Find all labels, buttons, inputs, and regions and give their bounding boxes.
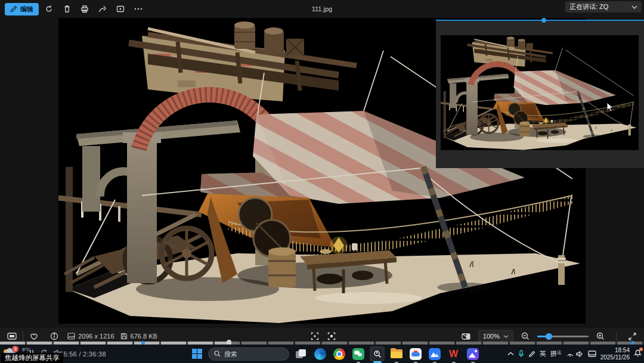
photos-app-icon — [467, 348, 479, 360]
zoom-out-icon — [521, 332, 530, 340]
trash-icon — [63, 5, 71, 13]
folder-icon — [391, 349, 402, 359]
printer-icon — [80, 5, 89, 13]
search-icon — [214, 350, 221, 357]
edge-icon — [314, 348, 326, 360]
taskbar-item-cloud-app[interactable] — [408, 346, 423, 361]
microphone-icon[interactable] — [518, 350, 524, 358]
meeting-app-icon — [371, 348, 383, 360]
edit-button[interactable]: 编辑 — [5, 3, 39, 15]
cloud-app-icon — [410, 348, 422, 360]
thumbnail-scene — [441, 35, 639, 150]
filmstrip-toggle-button[interactable] — [5, 330, 19, 342]
filesize-value: 676.8 KB — [131, 333, 157, 340]
mountain-app-icon — [429, 348, 441, 360]
clock-time: 18:54 — [600, 347, 630, 354]
zoom-slider-thumb[interactable] — [546, 333, 552, 340]
dimensions-value: 2096 x 1216 — [78, 333, 114, 340]
speaking-indicator[interactable]: 正在讲话: ZQ — [565, 1, 642, 13]
chevron-down-icon — [503, 335, 509, 338]
zoom-in-button[interactable] — [593, 330, 608, 342]
taskbar-item-task-view[interactable] — [293, 346, 308, 361]
screen: 编辑 — [0, 0, 644, 363]
filmstrip-icon — [7, 333, 17, 340]
save-icon — [120, 333, 128, 340]
info-icon — [50, 332, 58, 340]
chrome-icon — [333, 348, 345, 360]
file-size: 676.8 KB — [120, 333, 157, 340]
resize-handle-dot[interactable] — [541, 18, 546, 23]
taskbar: 3 9°C 55:56 / 2:36:38 焦越烽的屏幕共享 — [0, 345, 644, 363]
photos-toolbar: 编辑 — [0, 0, 644, 18]
taskbar-item-wps[interactable]: W — [446, 346, 461, 361]
rotate-button[interactable] — [41, 2, 57, 15]
taskbar-clock[interactable]: 18:54 2025/11/26 — [600, 347, 630, 361]
ime-mode[interactable]: 拼速 — [550, 349, 562, 358]
taskbar-item-chrome[interactable] — [332, 346, 346, 361]
image-dimensions: 2096 x 1216 — [67, 333, 114, 340]
info-button[interactable] — [47, 330, 61, 342]
delete-button[interactable] — [59, 2, 75, 15]
search-input[interactable] — [224, 350, 278, 358]
system-tray: 英 拼速 18:54 2025/11/26 — [507, 345, 642, 363]
zoom-in-icon — [596, 332, 605, 340]
share-button[interactable] — [95, 2, 110, 15]
background-toggle-button[interactable] — [459, 330, 473, 342]
taskbar-item-lanhu[interactable] — [427, 346, 442, 361]
clock-date: 2025/11/26 — [600, 354, 630, 361]
rotate-icon — [45, 5, 53, 13]
notification-dot — [639, 348, 643, 351]
windows-logo-icon — [192, 349, 202, 359]
share-icon — [98, 5, 107, 13]
wechat-icon — [352, 348, 364, 360]
fullscreen-button[interactable] — [625, 330, 639, 342]
taskbar-search[interactable] — [208, 348, 289, 361]
actual-size-icon — [327, 332, 336, 340]
playback-time-label: 55:56 / 2:36:38 — [60, 350, 106, 358]
shared-screen-thumbnail — [441, 35, 639, 150]
pen-icon[interactable] — [528, 350, 535, 358]
taskbar-item-meeting-active[interactable] — [370, 346, 385, 361]
favorite-button[interactable] — [27, 330, 41, 342]
touchpad-icon[interactable] — [588, 350, 596, 357]
start-button[interactable] — [190, 347, 204, 361]
ime-indicator[interactable]: 英 — [540, 349, 546, 358]
fit-screen-icon — [311, 332, 319, 340]
fit-to-window-button[interactable] — [308, 330, 322, 342]
pencil-icon — [10, 5, 17, 13]
network-volume-icons[interactable] — [566, 350, 584, 358]
print-button[interactable] — [77, 2, 92, 15]
divider — [616, 331, 617, 341]
screen-share-owner-label: 焦越烽的屏幕共享 — [1, 353, 63, 363]
zoom-slider[interactable] — [537, 336, 589, 337]
zoom-out-button[interactable] — [518, 330, 532, 342]
wps-icon: W — [448, 348, 460, 360]
screen-share-video-window[interactable] — [436, 20, 644, 168]
slideshow-icon — [116, 5, 125, 13]
task-view-icon — [296, 349, 306, 359]
slideshow-button[interactable] — [113, 2, 128, 15]
taskbar-item-photos[interactable] — [465, 346, 480, 361]
heart-icon — [30, 333, 38, 340]
fullscreen-icon — [628, 333, 636, 340]
speaking-label: 正在讲话: ZQ — [569, 2, 608, 11]
more-button[interactable] — [131, 2, 146, 15]
ellipsis-icon — [134, 8, 143, 10]
hidden-icons-chevron-icon[interactable] — [507, 352, 514, 356]
mouse-cursor-icon — [606, 102, 614, 112]
image-icon — [67, 333, 75, 340]
zoom-level-value: 100% — [483, 333, 500, 340]
actual-size-button[interactable] — [324, 330, 339, 342]
zoom-level-dropdown[interactable]: 100% — [478, 330, 513, 342]
taskbar-item-file-explorer[interactable] — [389, 346, 404, 361]
taskbar-item-edge[interactable] — [312, 346, 327, 361]
divider — [23, 331, 23, 341]
notification-count-badge: 3 — [12, 346, 18, 352]
taskbar-center: W — [190, 346, 480, 361]
notification-center-button[interactable] — [634, 349, 642, 359]
canvas-background-icon — [462, 333, 470, 340]
chevron-down-icon — [631, 5, 637, 9]
taskbar-item-wechat[interactable] — [351, 346, 366, 361]
edit-button-label: 编辑 — [20, 5, 33, 14]
